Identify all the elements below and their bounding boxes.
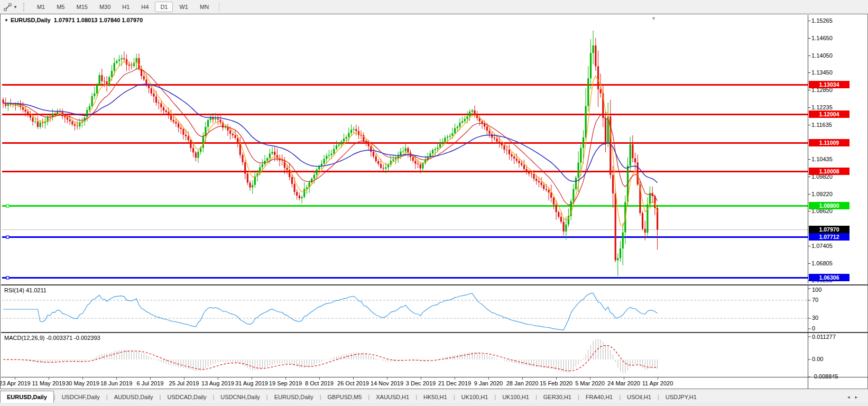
chart-window: ▼EURUSD,Daily 1.07971 1.08013 1.07840 1.… (0, 14, 868, 389)
tab-scroll-left-icon[interactable]: ◂ (847, 394, 855, 400)
symbol-tab-xauusd-h1[interactable]: XAUUSD,H1 (370, 392, 415, 403)
rsi-axis-label: 30 (812, 315, 818, 321)
date-axis-label: 8 Oct 2019 (305, 380, 334, 386)
rsi-indicator-panel[interactable]: RSI(14) 41.0211 10070300 (1, 284, 868, 332)
chart-symbol-label: EURUSD,Daily (11, 17, 51, 23)
price-tag: 1.12004 (809, 110, 849, 118)
timeframe-button-h1[interactable]: H1 (117, 2, 135, 12)
date-axis-label: 26 Oct 2019 (337, 380, 369, 386)
rsi-label: RSI(14) 41.0211 (4, 287, 47, 293)
price-tag: 1.06306 (809, 274, 849, 281)
rsi-axis-label: 0 (812, 325, 815, 331)
chart-title: ▼EURUSD,Daily 1.07971 1.08013 1.07840 1.… (4, 17, 143, 23)
date-axis-label: 6 Jul 2019 (137, 380, 164, 386)
date-axis-label: 25 Jul 2019 (169, 380, 199, 386)
price-axis-label: 1.06805 (811, 260, 833, 266)
date-axis-label: 9 Jan 2020 (474, 380, 503, 386)
price-axis-label: 1.09220 (811, 191, 833, 197)
symbol-tab-fra40-h1[interactable]: FRA40,H1 (579, 392, 619, 403)
macd-axis-label: 0.011277 (812, 334, 836, 340)
date-axis-label: 13 Aug 2019 (201, 380, 234, 386)
symbol-tab-bar: EURUSD,Daily|USDCHF,Daily|AUDUSD,Daily|U… (0, 390, 868, 403)
price-tag: 1.13034 (809, 81, 849, 88)
symbol-tab-ger30-h1[interactable]: GER30,H1 (537, 392, 578, 403)
timeframe-button-m1[interactable]: M1 (32, 2, 50, 12)
macd-indicator-panel[interactable]: MACD(12,26,9) -0.003371 -0.002393 0.0112… (1, 332, 868, 378)
symbol-tab-uk100-h1[interactable]: UK100,H1 (455, 392, 495, 403)
timeframe-button-m30[interactable]: M30 (94, 2, 116, 12)
date-axis-label: 31 Aug 2019 (235, 380, 268, 386)
timeframe-button-h4[interactable]: H4 (136, 2, 154, 12)
macd-label: MACD(12,26,9) -0.003371 -0.002393 (4, 335, 100, 341)
price-tag: 1.07712 (809, 233, 849, 241)
chart-shift-marker-icon[interactable]: ▼ (651, 16, 656, 21)
symbol-tab-usdcad-daily[interactable]: USDCAD,Daily (161, 392, 213, 403)
price-axis-label: 1.13450 (811, 69, 833, 76)
price-axis-label: 1.15265 (811, 17, 833, 24)
chevron-down-icon[interactable]: ▼ (13, 5, 17, 10)
window-bottom-edge (0, 403, 868, 406)
date-axis-label: 23 Apr 2019 (0, 380, 31, 386)
date-axis[interactable]: 23 Apr 201911 May 201930 May 201918 Jun … (1, 377, 868, 389)
chart-ohlc-values: 1.07971 1.08013 1.07840 1.07970 (54, 17, 143, 23)
candlestick-chart-canvas[interactable] (1, 15, 868, 283)
rsi-axis-label: 100 (812, 287, 821, 293)
toolbar-separator (219, 2, 219, 12)
timeframe-button-m15[interactable]: M15 (71, 2, 93, 12)
trendline-tool-button[interactable]: ▼ (2, 2, 19, 12)
price-axis-label: 1.07405 (811, 243, 833, 249)
symbol-tab-gbpusd-m5[interactable]: GBPUSD,M5 (321, 392, 368, 403)
tab-scroll-right-icon[interactable]: ▸ (855, 394, 863, 400)
date-axis-label: 14 Nov 2019 (371, 380, 403, 386)
macd-chart-canvas (1, 333, 868, 378)
symbol-tab-eurusd-daily[interactable]: EURUSD,Daily (268, 392, 320, 403)
symbol-tab-usdjpy-h1[interactable]: USDJPY,H1 (659, 392, 703, 403)
price-tag: 1.08800 (809, 202, 849, 209)
date-axis-label: 19 Sep 2019 (269, 380, 302, 386)
price-axis-label: 1.14050 (811, 52, 833, 59)
timeframe-button-m5[interactable]: M5 (51, 2, 70, 12)
symbol-tab-audusd-daily[interactable]: AUDUSD,Daily (108, 392, 160, 403)
rsi-chart-canvas (1, 285, 868, 332)
price-axis-label: 1.14650 (811, 35, 833, 41)
symbol-tab-eurusd-daily[interactable]: EURUSD,Daily (0, 391, 54, 403)
symbol-tab-usoil-h1[interactable]: USOil,H1 (621, 392, 658, 403)
timeframe-toolbar: ▼ M1M5M15M30H1H4D1W1MN (0, 0, 868, 14)
price-tag: 1.10008 (809, 168, 849, 175)
price-tag: 1.11009 (809, 139, 849, 146)
date-axis-label: 3 Dec 2019 (406, 380, 436, 386)
price-axis-label: 1.12235 (811, 104, 833, 110)
date-axis-label: 11 Apr 2020 (642, 380, 673, 386)
macd-axis-label: 0.00 (812, 356, 823, 362)
timeframe-button-w1[interactable]: W1 (174, 2, 193, 12)
trading-platform-window: { "toolbar": { "tool_icon": "trendline-c… (0, 0, 868, 406)
date-axis-label: 30 May 2019 (66, 380, 99, 386)
tab-scroll-arrows[interactable]: ◂▸ (847, 394, 863, 403)
symbol-tab-usdcnh-daily[interactable]: USDCNH,Daily (214, 392, 266, 403)
trendline-cursor-icon (4, 3, 12, 11)
main-price-panel[interactable] (1, 15, 868, 283)
rsi-axis-label: 70 (812, 297, 818, 303)
timeframe-button-mn[interactable]: MN (195, 2, 214, 12)
symbol-tab-usdchf-daily[interactable]: USDCHF,Daily (56, 392, 106, 403)
timeframe-button-d1[interactable]: D1 (155, 2, 173, 12)
price-axis-label: 1.10435 (811, 156, 833, 162)
collapse-triangle-icon[interactable]: ▼ (4, 18, 8, 23)
price-tag: 1.07970 (809, 226, 849, 233)
date-axis-label: 11 May 2019 (32, 380, 66, 386)
date-axis-label: 15 Feb 2020 (540, 380, 572, 386)
symbol-tab-uk100-h1[interactable]: UK100,H1 (496, 392, 535, 403)
toolbar-grip-handle[interactable] (23, 3, 26, 11)
price-axis-label: 1.11635 (811, 122, 832, 128)
date-axis-label: 18 Jun 2019 (100, 380, 133, 386)
date-axis-label: 21 Dec 2019 (438, 380, 471, 386)
symbol-tab-hk50-h1[interactable]: HK50,H1 (417, 392, 454, 403)
date-axis-label: 24 Mar 2020 (607, 380, 640, 386)
date-axis-label: 5 Mar 2020 (575, 380, 605, 386)
date-axis-label: 28 Jan 2020 (506, 380, 539, 386)
